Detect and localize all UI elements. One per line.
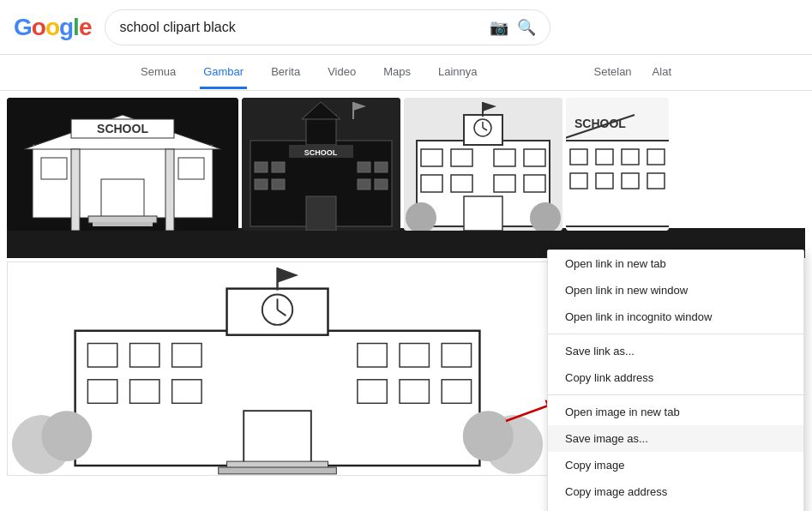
svg-text:SCHOOL: SCHOOL [97,122,148,135]
svg-rect-10 [88,216,157,223]
menu-copy-link-address[interactable]: Copy link address [548,364,803,391]
svg-rect-24 [358,179,370,189]
svg-rect-59 [647,173,665,189]
image-area: SCHOOL [0,91,812,511]
nav-item-berita[interactable]: Berita [268,57,304,89]
bottom-main-image[interactable] [7,262,548,476]
svg-line-93 [506,404,553,421]
svg-rect-75 [130,380,159,404]
context-menu: Open link in new tab Open link in new wi… [547,249,804,511]
image-1[interactable]: SCHOOL [7,98,238,231]
svg-rect-69 [130,344,159,368]
nav-item-gambar[interactable]: Gambar [200,57,247,89]
svg-rect-56 [570,173,587,189]
svg-rect-55 [647,149,665,165]
menu-open-incognito[interactable]: Open link in incognito window [548,304,803,330]
svg-rect-77 [358,380,387,404]
svg-rect-53 [596,149,613,165]
menu-open-new-window[interactable]: Open link in new window [548,277,803,304]
svg-rect-19 [272,162,285,172]
svg-rect-18 [255,162,268,172]
camera-icon[interactable]: 📷 [490,18,508,37]
svg-rect-25 [375,179,388,189]
svg-rect-20 [358,162,370,172]
menu-search-google-image[interactable]: Search Google for image [548,505,803,511]
menu-open-image-new-tab[interactable]: Open image in new tab [548,399,803,425]
menu-divider-1 [548,334,803,334]
header: Google 📷 🔍 [0,0,812,55]
svg-rect-22 [255,179,268,189]
image-3[interactable] [404,98,562,231]
svg-rect-8 [71,149,80,231]
top-image-row: SCHOOL [0,91,812,228]
svg-rect-74 [87,380,117,404]
nav-item-video[interactable]: Video [324,57,359,89]
svg-rect-41 [421,175,442,192]
image-2[interactable]: SCHOOL [242,98,400,231]
nav-item-semua[interactable]: Semua [137,57,179,89]
svg-text:SCHOOL: SCHOOL [574,117,626,130]
svg-rect-73 [442,344,471,368]
svg-rect-23 [272,179,285,189]
menu-save-link-as[interactable]: Save link as... [548,338,803,364]
svg-rect-80 [244,411,311,466]
svg-rect-78 [400,380,429,404]
svg-rect-5 [101,179,144,218]
svg-rect-82 [219,467,337,474]
svg-rect-54 [622,149,639,165]
svg-rect-45 [464,196,502,231]
svg-rect-37 [421,149,442,166]
svg-rect-72 [400,344,429,368]
svg-rect-76 [172,380,201,404]
menu-open-new-tab[interactable]: Open link in new tab [548,250,803,277]
svg-rect-57 [596,173,613,189]
nav-item-alat[interactable]: Alat [649,57,675,89]
svg-point-84 [41,411,92,461]
nav-bar: Semua Gambar Berita Video Maps Lainnya S… [0,55,812,91]
menu-save-image-as[interactable]: Save image as... [548,425,803,452]
image-4[interactable]: SCHOOL [566,98,669,231]
svg-rect-52 [570,149,587,165]
svg-rect-44 [524,175,545,192]
svg-rect-39 [494,149,515,166]
svg-rect-6 [41,158,67,179]
svg-rect-42 [451,175,472,192]
svg-rect-79 [442,380,471,404]
menu-copy-image[interactable]: Copy image [548,452,803,478]
svg-rect-26 [306,196,336,231]
svg-rect-58 [622,173,639,189]
svg-rect-38 [451,149,472,166]
search-input[interactable] [119,20,481,35]
svg-rect-21 [375,162,388,172]
svg-rect-7 [178,158,204,179]
svg-rect-71 [358,344,387,368]
google-logo: Google [14,14,91,41]
search-icon[interactable]: 🔍 [517,18,536,37]
search-bar: 📷 🔍 [105,9,550,45]
menu-copy-image-address[interactable]: Copy image address [548,478,803,505]
nav-item-setelan[interactable]: Setelan [591,57,635,89]
svg-rect-40 [524,149,545,166]
svg-rect-11 [93,222,153,226]
nav-item-lainnya[interactable]: Lainnya [435,57,481,89]
svg-rect-43 [494,175,515,192]
menu-divider-2 [548,394,803,395]
nav-item-maps[interactable]: Maps [380,57,414,89]
svg-rect-68 [87,344,117,368]
svg-rect-70 [172,344,201,368]
svg-text:SCHOOL: SCHOOL [304,148,338,157]
svg-rect-9 [165,149,174,231]
